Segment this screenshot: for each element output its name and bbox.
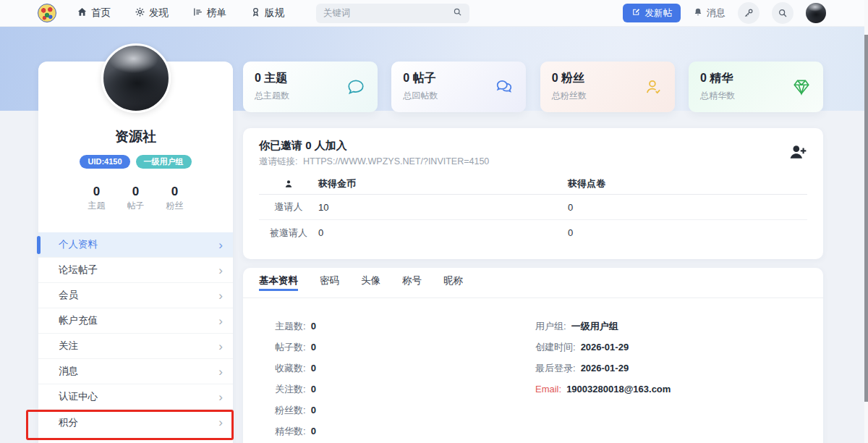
invite-table-header: 获得金币 获得点卷	[259, 173, 807, 195]
sidebar-item-recharge[interactable]: 帐户充值›	[38, 308, 233, 334]
invite-table: 获得金币 获得点卷 邀请人 10 0 被邀请人 0 0	[259, 173, 807, 245]
sidebar-item-forum-posts[interactable]: 论坛帖子›	[38, 258, 233, 283]
field-topic-count: 主题数:0	[275, 320, 535, 332]
forum-profile-page: 首页 发现 榜单 版规 发新帖	[0, 0, 868, 443]
field-favorite-count: 收藏数:0	[275, 362, 535, 374]
scrollbar-track[interactable]	[864, 0, 868, 443]
top-navbar: 首页 发现 榜单 版规 发新帖	[0, 0, 868, 27]
site-logo[interactable]	[38, 4, 56, 22]
profile-left-column: 主题数:0 帖子数:0 收藏数:0 关注数:0 粉丝数:0 精华数:0	[275, 320, 535, 443]
tab-title[interactable]: 称号	[402, 274, 422, 291]
field-last-login: 最后登录:2026-01-29	[535, 362, 671, 374]
sidebar-menu: 个人资料› 论坛帖子› 会员› 帐户充值› 关注› 消息› 认证中心› 积分›	[38, 232, 233, 435]
new-post-label: 发新帖	[645, 7, 673, 20]
sidebar-item-verification[interactable]: 认证中心›	[38, 384, 233, 410]
sidebar-item-points[interactable]: 积分›	[38, 410, 233, 435]
stat-card-essence: 0 精华 总精华数	[689, 62, 823, 112]
diamond-icon	[792, 77, 811, 96]
key-icon[interactable]	[738, 2, 760, 24]
stat-card-fans: 0 粉丝 总粉丝数	[540, 62, 675, 112]
nav-link-rules[interactable]: 版规	[250, 7, 284, 20]
nav-link-label: 版规	[265, 7, 284, 20]
scrollbar-thumb[interactable]	[864, 35, 868, 402]
profile-right-column: 用户组:一级用户组 创建时间:2026-01-29 最后登录:2026-01-2…	[535, 320, 671, 443]
invite-link-row: 邀请链接: HTTPS://WWW.WPZYS.NET/?INVITER=415…	[259, 156, 489, 167]
nav-link-home[interactable]: 首页	[77, 7, 111, 20]
messages-label: 消息	[707, 7, 726, 20]
nav-link-discover[interactable]: 发现	[135, 7, 169, 20]
stat-card-topics: 0 主题 总主题数	[243, 62, 378, 112]
nav-link-label: 首页	[91, 7, 111, 20]
chevron-right-icon: ›	[218, 239, 223, 251]
stat-posts: 0 帖子	[127, 185, 145, 211]
search-input[interactable]	[323, 8, 453, 18]
tab-password[interactable]: 密码	[320, 274, 339, 291]
chevron-right-icon: ›	[218, 290, 223, 302]
profile-sidebar: 资源社 UID:4150 一级用户组 0 主题 0 帖子 0 粉丝 个人资料›	[38, 62, 233, 443]
profile-tabs: 基本资料 密码 头像 称号 昵称	[243, 268, 823, 298]
sidebar-stats: 0 主题 0 帖子 0 粉丝	[38, 185, 233, 211]
search-button-icon[interactable]	[772, 2, 793, 24]
invite-info: 你已邀请 0 人加入 邀请链接: HTTPS://WWW.WPZYS.NET/?…	[259, 138, 489, 167]
table-row: 被邀请人 0 0	[259, 220, 807, 245]
navbar-search	[316, 4, 469, 23]
chevron-right-icon: ›	[218, 315, 223, 327]
sidebar-item-follow[interactable]: 关注›	[38, 334, 233, 359]
chevron-right-icon: ›	[218, 391, 223, 403]
new-post-button[interactable]: 发新帖	[623, 4, 681, 22]
field-email: Email:19003280018@163.com	[535, 383, 671, 395]
chevron-right-icon: ›	[218, 366, 223, 378]
group-badge: 一级用户组	[136, 155, 192, 169]
person-plus-icon[interactable]	[788, 138, 807, 161]
home-icon	[77, 7, 88, 20]
field-user-group: 用户组:一级用户组	[535, 320, 671, 332]
nav-link-label: 发现	[149, 7, 169, 20]
username: 资源社	[38, 128, 233, 145]
tab-basic-info[interactable]: 基本资料	[259, 274, 298, 291]
chat-bubble-icon	[346, 77, 365, 96]
user-avatar[interactable]	[806, 3, 826, 23]
chevron-right-icon: ›	[218, 340, 223, 353]
tab-avatar[interactable]: 头像	[361, 274, 380, 291]
chevron-right-icon: ›	[218, 416, 223, 429]
tab-nickname[interactable]: 昵称	[443, 274, 463, 291]
stat-topics: 0 主题	[88, 185, 106, 211]
navbar-right: 发新帖 消息	[623, 2, 827, 24]
stat-card-posts: 0 帖子 总回帖数	[391, 62, 526, 112]
table-row: 邀请人 10 0	[259, 195, 807, 220]
invite-panel: 你已邀请 0 人加入 邀请链接: HTTPS://WWW.WPZYS.NET/?…	[243, 128, 823, 259]
sidebar-avatar[interactable]	[101, 43, 171, 113]
user-badges: UID:4150 一级用户组	[38, 155, 233, 169]
col-points-header: 获得点卷	[568, 177, 807, 190]
invite-link-label: 邀请链接:	[259, 156, 297, 166]
sidebar-item-profile[interactable]: 个人资料›	[38, 232, 233, 258]
nav-link-label: 榜单	[207, 7, 226, 20]
chevron-right-icon: ›	[218, 264, 223, 277]
rules-icon	[250, 7, 261, 20]
chat-double-icon	[495, 77, 514, 96]
ranking-icon	[192, 7, 203, 20]
field-essence-count: 精华数:0	[275, 425, 535, 437]
search-icon[interactable]	[453, 7, 462, 20]
gear-icon	[135, 7, 145, 20]
stat-cards: 0 主题 总主题数 0 帖子 总回帖数 0 粉丝 总粉丝数 0 精华 总精华数	[243, 62, 823, 112]
invite-title: 你已邀请 0 人加入	[259, 138, 489, 152]
stat-fans: 0 粉丝	[166, 185, 184, 211]
nav-links: 首页 发现 榜单 版规	[77, 7, 284, 20]
edit-icon	[631, 7, 641, 19]
uid-badge: UID:4150	[80, 155, 129, 169]
field-following-count: 关注数:0	[275, 383, 535, 395]
sidebar-item-messages[interactable]: 消息›	[38, 359, 233, 384]
person-icon	[259, 179, 318, 189]
profile-panel: 基本资料 密码 头像 称号 昵称 主题数:0 帖子数:0 收藏数:0 关注数:0	[243, 268, 823, 443]
messages-button[interactable]: 消息	[693, 7, 726, 20]
field-created-date: 创建时间:2026-01-29	[535, 341, 671, 353]
col-gold-header: 获得金币	[318, 177, 568, 190]
sidebar-item-membership[interactable]: 会员›	[38, 283, 233, 308]
field-post-count: 帖子数:0	[275, 341, 535, 353]
invite-link-url[interactable]: HTTPS://WWW.WPZYS.NET/?INVITER=4150	[303, 156, 489, 166]
nav-link-ranking[interactable]: 榜单	[192, 7, 226, 20]
bell-icon	[693, 7, 703, 20]
field-fans-count: 粉丝数:0	[275, 404, 535, 416]
person-check-icon	[644, 77, 663, 96]
